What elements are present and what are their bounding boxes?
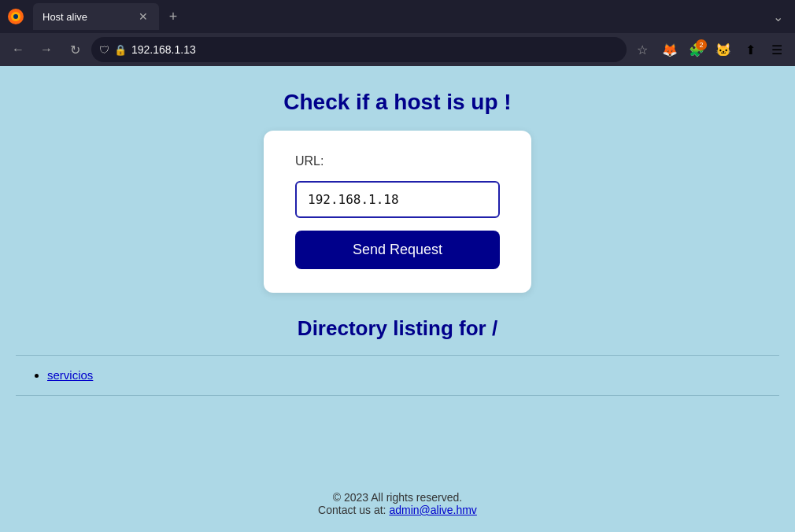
url-input[interactable]: [295, 181, 500, 218]
reload-button[interactable]: ↻: [63, 38, 87, 61]
addon3-icon: 🐱: [716, 42, 731, 57]
share-icon: ⬆: [745, 42, 756, 57]
addon2-button[interactable]: 🧩 2: [685, 38, 708, 61]
tab-bar: Host alive ✕ + ⌄: [0, 0, 795, 33]
menu-button[interactable]: ☰: [765, 38, 789, 61]
bookmark-button[interactable]: ☆: [631, 39, 653, 61]
send-request-button[interactable]: Send Request: [295, 231, 500, 269]
firefox-addon-icon: 🦊: [662, 42, 678, 57]
page-heading: Check if a host is up !: [283, 90, 511, 115]
browser-chrome: Host alive ✕ + ⌄ ← → ↻ 🛡 🔒 192.168.1.13 …: [0, 0, 795, 66]
dir-list: servicios: [16, 362, 779, 389]
footer-contact: Contact us at: admin@alive.hmv: [318, 504, 477, 516]
dir-listing-heading: Directory listing for /: [298, 316, 497, 341]
servicios-link[interactable]: servicios: [47, 368, 93, 382]
addon3-button[interactable]: 🐱: [712, 38, 735, 61]
dir-listing: servicios: [0, 349, 795, 402]
lock-icon: 🔒: [114, 44, 127, 56]
toolbar-right: 🦊 🧩 2 🐱 ⬆ ☰: [658, 38, 789, 61]
page-content: Check if a host is up ! URL: Send Reques…: [0, 66, 795, 532]
tab-title: Host alive: [43, 11, 131, 23]
active-tab[interactable]: Host alive ✕: [33, 3, 159, 30]
footer-copyright: © 2023 All rights reserved.: [318, 491, 477, 504]
dir-divider-bottom: [16, 395, 779, 396]
footer-email-link[interactable]: admin@alive.hmv: [389, 504, 476, 516]
list-item: servicios: [47, 368, 779, 382]
share-button[interactable]: ⬆: [738, 38, 762, 61]
addon1-button[interactable]: 🦊: [658, 38, 682, 61]
back-button[interactable]: ←: [6, 38, 30, 61]
footer: © 2023 All rights reserved. Contact us a…: [302, 475, 493, 532]
shield-icon: 🛡: [99, 44, 109, 56]
svg-point-2: [13, 14, 18, 19]
footer-contact-prefix: Contact us at:: [318, 504, 389, 516]
star-icon: ☆: [637, 42, 648, 57]
tab-close-button[interactable]: ✕: [137, 10, 150, 23]
check-card: URL: Send Request: [264, 131, 531, 293]
firefox-logo-icon: [6, 7, 25, 26]
nav-bar: ← → ↻ 🛡 🔒 192.168.1.13 ☆ 🦊 🧩 2 🐱 ⬆: [0, 33, 795, 66]
address-text: 192.168.1.13: [131, 43, 619, 56]
dir-divider-top: [16, 355, 779, 356]
addon2-badge: 2: [696, 39, 707, 50]
menu-icon: ☰: [771, 42, 782, 57]
url-label: URL:: [295, 154, 500, 168]
new-tab-button[interactable]: +: [162, 6, 184, 28]
tab-list-button[interactable]: ⌄: [767, 6, 789, 28]
forward-button[interactable]: →: [35, 38, 58, 61]
address-bar[interactable]: 🛡 🔒 192.168.1.13: [91, 37, 627, 62]
